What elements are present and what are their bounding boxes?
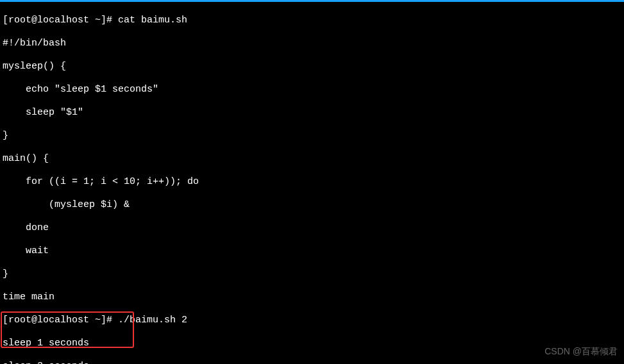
script-line: echo "sleep $1 seconds": [3, 84, 621, 95]
script-line: }: [3, 269, 621, 280]
terminal-output[interactable]: [root@localhost ~]# cat baimu.sh #!/bin/…: [0, 2, 624, 364]
output-line: sleep 1 seconds: [3, 338, 621, 349]
script-line: (mysleep $i) &: [3, 199, 621, 211]
script-line: main() {: [3, 153, 621, 165]
script-line: sleep "$1": [3, 107, 621, 119]
script-line: #!/bin/bash: [3, 38, 621, 49]
script-line: mysleep() {: [3, 61, 621, 72]
script-line: done: [3, 222, 621, 234]
prompt-line-cat: [root@localhost ~]# cat baimu.sh: [3, 15, 621, 26]
script-line: time main: [3, 292, 621, 303]
script-line: for ((i = 1; i < 10; i++)); do: [3, 176, 621, 188]
script-line: }: [3, 130, 621, 142]
output-line: sleep 3 seconds: [3, 361, 621, 364]
script-line: wait: [3, 245, 621, 257]
prompt-line-run: [root@localhost ~]# ./baimu.sh 2: [3, 315, 621, 326]
